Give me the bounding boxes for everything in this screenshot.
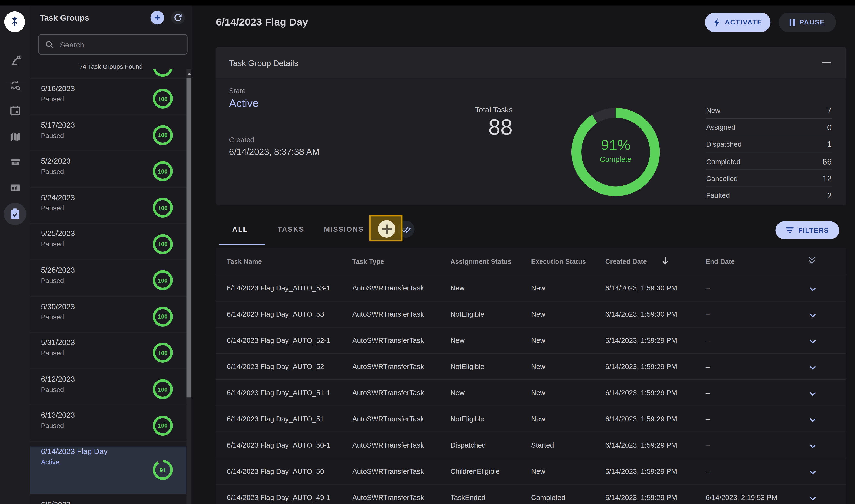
tabs-row: ALL TASKS MISSIONS (192, 199, 855, 253)
tab-missions[interactable]: MISSIONS (324, 225, 364, 233)
progress-value: 100 (153, 379, 173, 399)
sidebar-item-calendar[interactable] (0, 100, 30, 121)
task-group-name: 6/14/2023 Flag Day (41, 446, 112, 457)
expand-row-chevron[interactable] (808, 494, 818, 504)
scrollbar-up-button[interactable] (186, 69, 192, 77)
refresh-icon (173, 13, 183, 22)
progress-ring: 100 (153, 234, 173, 254)
task-group-list-item[interactable]: 6/5/2023 Paused 100 (30, 499, 186, 504)
scrollbar-thumb[interactable] (186, 78, 192, 397)
expand-row-chevron[interactable] (808, 389, 818, 401)
cell-task-type: AutoSWRTransferTask (352, 389, 424, 397)
calendar-icon (9, 105, 21, 117)
task-group-list-item[interactable]: 5/24/2023 Paused 100 (30, 192, 186, 223)
cell-task-type: AutoSWRTransferTask (352, 284, 424, 292)
sidebar-item-robot-arm[interactable] (0, 49, 30, 71)
pause-icon (789, 19, 795, 26)
cell-task-name: 6/14/2023 Flag Day_AUTO_49-1 (227, 493, 331, 501)
progress-ring: 100 (153, 343, 173, 363)
task-group-list-item[interactable]: 5/30/2023 Paused 100 (30, 301, 186, 332)
cell-task-name: 6/14/2023 Flag Day_AUTO_52-1 (227, 337, 331, 344)
state-value: Active (229, 97, 259, 110)
sidebar-item-sync-search[interactable] (0, 75, 30, 96)
state-label: State (229, 87, 246, 95)
cell-created-date: 6/14/2023, 1:59:29 PM (605, 493, 677, 501)
progress-ring: 91 (153, 460, 173, 480)
expand-row-chevron[interactable] (808, 337, 818, 348)
table-row[interactable]: 6/14/2023 Flag Day_AUTO_50 AutoSWRTransf… (216, 458, 846, 485)
task-group-list-item[interactable]: 5/31/2023 Paused 100 (30, 338, 186, 369)
filters-button[interactable]: FILTERS (775, 221, 839, 239)
tab-all[interactable]: ALL (232, 225, 248, 233)
sidebar-item-tasks-selected[interactable] (4, 203, 26, 225)
col-end-date[interactable]: End Date (706, 258, 735, 266)
sync-search-icon (9, 79, 21, 92)
cell-execution-status: New (531, 284, 545, 292)
sort-descending-icon[interactable] (661, 256, 670, 268)
panel-title: Task Groups (40, 13, 89, 22)
cell-assignment-status: NotEligible (450, 362, 484, 371)
filter-icon (786, 227, 794, 234)
table-row[interactable]: 6/14/2023 Flag Day_AUTO_50-1 AutoSWRTran… (216, 432, 846, 458)
expand-row-chevron[interactable] (808, 363, 818, 375)
cell-task-name: 6/14/2023 Flag Day_AUTO_50-1 (227, 441, 331, 449)
table-row[interactable]: 6/14/2023 Flag Day_AUTO_51 AutoSWRTransf… (216, 406, 846, 432)
table-row[interactable]: 6/14/2023 Flag Day_AUTO_49-1 AutoSWRTran… (216, 485, 846, 504)
stat-row-new: New 7 (706, 102, 832, 119)
details-card-body: State Active Created 6/14/2023, 8:37:38 … (216, 78, 846, 205)
cell-end-date: – (706, 310, 710, 318)
add-task-group-button[interactable]: + (150, 11, 164, 24)
cell-execution-status: New (531, 389, 545, 397)
expand-row-chevron[interactable] (808, 311, 818, 322)
cell-execution-status: New (531, 310, 545, 318)
cell-execution-status: Started (531, 441, 554, 449)
task-group-list-item[interactable]: 6/14/2023 Flag Day Active 91 (30, 446, 186, 494)
progress-value: 100 (153, 234, 173, 254)
expand-row-chevron[interactable] (808, 442, 818, 453)
sidebar-item-storage[interactable] (0, 151, 30, 173)
task-group-list-item[interactable]: 5/26/2023 Paused 100 (30, 265, 186, 296)
table-row[interactable]: 6/14/2023 Flag Day_AUTO_53 AutoSWRTransf… (216, 302, 846, 328)
task-group-list-item[interactable]: 6/13/2023 Paused 100 (30, 410, 186, 442)
expand-row-chevron[interactable] (808, 285, 818, 296)
table-row[interactable]: 6/14/2023 Flag Day_AUTO_52-1 AutoSWRTran… (216, 328, 846, 354)
col-created-date[interactable]: Created Date (605, 258, 647, 266)
pause-label: PAUSE (799, 19, 825, 26)
total-tasks-label: Total Tasks (475, 105, 513, 114)
task-group-list-item[interactable]: 5/16/2023 Paused 100 (30, 84, 186, 115)
tab-tasks[interactable]: TASKS (278, 225, 304, 233)
search-input[interactable] (59, 40, 182, 49)
task-group-list-item[interactable]: 5/17/2023 Paused 100 (30, 120, 186, 151)
task-group-list-item[interactable]: 5/2/2023 Paused 100 (30, 156, 186, 187)
refresh-button[interactable] (171, 11, 185, 24)
app-logo[interactable] (4, 12, 25, 32)
col-execution-status[interactable]: Execution Status (531, 258, 586, 266)
task-group-list-item[interactable]: 6/12/2023 Paused 100 (30, 374, 186, 405)
stat-row-dispatched: Dispatched 1 (706, 136, 832, 153)
expand-row-chevron[interactable] (808, 468, 818, 479)
table-row[interactable]: 6/14/2023 Flag Day_AUTO_52 AutoSWRTransf… (216, 354, 846, 380)
table-row[interactable]: 6/14/2023 Flag Day_AUTO_53-1 AutoSWRTran… (216, 275, 846, 302)
stat-row-completed: Completed 66 (706, 153, 832, 170)
robot-arm-icon (9, 54, 21, 66)
collapse-all-icon[interactable] (807, 255, 817, 268)
table-row[interactable]: 6/14/2023 Flag Day_AUTO_51-1 AutoSWRTran… (216, 380, 846, 406)
donut-percent: 91% (567, 137, 665, 154)
pause-button[interactable]: PAUSE (779, 13, 836, 32)
status-stats: New 7 Assigned 0 Dispatched 1 Completed … (706, 102, 832, 204)
expand-row-chevron[interactable] (808, 415, 818, 427)
cell-assignment-status: NotEligible (450, 310, 484, 318)
add-task-button[interactable] (378, 220, 395, 238)
sidebar-item-map[interactable] (0, 126, 30, 147)
col-task-name[interactable]: Task Name (227, 258, 262, 266)
sidebar-item-stats[interactable] (0, 177, 30, 198)
col-task-type[interactable]: Task Type (352, 258, 384, 266)
minimize-icon[interactable] (822, 61, 831, 63)
col-assignment-status[interactable]: Assignment Status (450, 258, 512, 266)
task-group-list-item[interactable]: 5/25/2023 Paused 100 (30, 229, 186, 260)
cell-created-date: 6/14/2023, 1:59:29 PM (605, 389, 677, 397)
task-groups-panel: Task Groups + 74 Task Groups Found (30, 5, 192, 504)
activate-button[interactable]: ACTIVATE (705, 13, 770, 32)
search-icon (45, 40, 54, 49)
cell-execution-status: Completed (531, 493, 565, 501)
